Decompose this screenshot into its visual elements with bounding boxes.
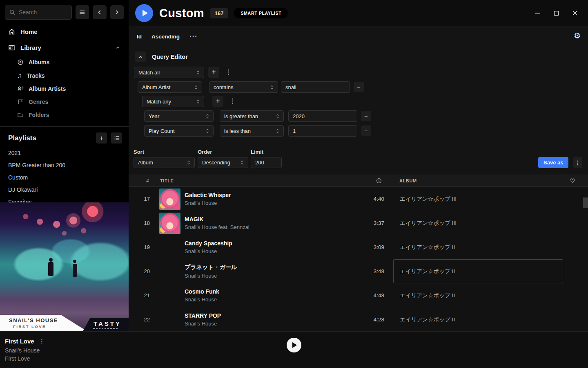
limit-input[interactable] bbox=[251, 157, 282, 168]
group-options-button[interactable]: ⋮ bbox=[229, 98, 236, 104]
track-artist[interactable]: Snail’s House bbox=[185, 296, 219, 303]
rule-operator-select[interactable]: contains bbox=[209, 81, 278, 93]
track-album[interactable]: エイリアン☆ポップ II bbox=[393, 283, 563, 307]
sort-label: Sort bbox=[134, 149, 144, 155]
now-playing-track[interactable]: First Love bbox=[5, 338, 34, 345]
duration-clock-icon[interactable] bbox=[376, 175, 382, 186]
playlist-item[interactable]: BPM Greater than 200 bbox=[0, 159, 129, 171]
sidebar-item-label: Home bbox=[20, 28, 38, 35]
maximize-button[interactable] bbox=[553, 10, 559, 16]
track-album[interactable]: エイリアン☆ポップ II bbox=[393, 307, 563, 331]
table-row[interactable]: 18 MAGIK Snail’s House feat. Sennzai 3:3… bbox=[129, 211, 583, 235]
sidebar-item-home[interactable]: Home bbox=[0, 24, 129, 40]
track-artist[interactable]: Snail’s House bbox=[185, 273, 237, 279]
record-label-logo: TASTY bbox=[90, 320, 121, 327]
table-row[interactable]: 21 Cosmo Funk Snail’s House 4:48 エイリアン☆ポ… bbox=[129, 283, 583, 307]
close-button[interactable] bbox=[572, 10, 578, 16]
minimize-button[interactable] bbox=[534, 10, 541, 16]
rule-field-select[interactable]: Year bbox=[144, 110, 214, 122]
nav-back-button[interactable] bbox=[93, 5, 106, 19]
table-row[interactable]: 19 Candy Spaceship Snail’s House 3:09 エイ… bbox=[129, 235, 583, 259]
sort-field-button[interactable]: Id bbox=[137, 34, 142, 40]
track-album[interactable]: エイリアン☆ポップ III bbox=[393, 211, 563, 235]
track-artist[interactable]: Snail’s House bbox=[185, 321, 221, 327]
column-header-title[interactable]: TITLE bbox=[160, 175, 174, 186]
search-box[interactable] bbox=[5, 5, 72, 20]
select-chevrons-icon bbox=[270, 85, 274, 90]
add-playlist-button[interactable]: + bbox=[96, 132, 107, 144]
chevron-up-icon[interactable] bbox=[115, 45, 120, 50]
remove-rule-button[interactable]: − bbox=[361, 111, 371, 121]
match-type-select[interactable]: Match any bbox=[142, 96, 204, 107]
track-artist[interactable]: Snail’s House bbox=[185, 248, 232, 254]
figure-silhouette bbox=[73, 264, 77, 277]
track-album[interactable]: エイリアン☆ポップ III bbox=[393, 187, 563, 211]
now-playing-artist[interactable]: Snail’s House bbox=[5, 347, 40, 354]
query-editor-title: Query Editor bbox=[152, 54, 188, 60]
rule-operator-value: is less than bbox=[224, 128, 251, 134]
sort-direction-button[interactable]: Ascending bbox=[151, 34, 180, 40]
playlist-item[interactable]: DJ Okawari bbox=[0, 184, 129, 196]
hamburger-icon bbox=[79, 9, 85, 16]
maximize-icon bbox=[554, 11, 559, 16]
menu-button[interactable] bbox=[76, 5, 89, 19]
add-rule-button[interactable]: + bbox=[208, 67, 219, 78]
add-rule-button[interactable]: + bbox=[212, 96, 223, 107]
collapse-query-editor-button[interactable] bbox=[135, 52, 146, 62]
sidebar-item-album-artists[interactable]: Album Artists bbox=[0, 82, 129, 95]
rule-field-select[interactable]: Album Artist bbox=[138, 81, 202, 93]
favorite-heart-icon[interactable]: ♡ bbox=[570, 175, 575, 186]
match-type-select[interactable]: Match all bbox=[134, 67, 204, 78]
rule-value-input[interactable] bbox=[281, 81, 350, 93]
sidebar-item-albums[interactable]: Albums bbox=[0, 56, 129, 69]
rule-value-input[interactable] bbox=[288, 110, 357, 122]
play-pause-button[interactable] bbox=[287, 338, 301, 352]
search-input[interactable] bbox=[19, 9, 64, 16]
remove-rule-button[interactable]: − bbox=[354, 82, 364, 92]
table-row[interactable]: 17 Galactic Whisper Snail’s House 4:40 エ… bbox=[129, 187, 583, 211]
rule-operator-select[interactable]: is greater than bbox=[220, 110, 284, 122]
group-options-button[interactable]: ⋮ bbox=[225, 69, 232, 75]
table-row[interactable]: 20 プラネット・ガール Snail’s House 3:48 エイリアン☆ポッ… bbox=[129, 259, 583, 283]
order-label: Order bbox=[198, 149, 212, 155]
nav-forward-button[interactable] bbox=[110, 5, 124, 19]
track-options-button[interactable]: ⋮ bbox=[39, 338, 45, 344]
play-playlist-button[interactable] bbox=[135, 4, 153, 22]
scrollbar-thumb[interactable] bbox=[583, 197, 588, 208]
order-select[interactable]: Descending bbox=[198, 157, 248, 168]
save-as-button[interactable]: Save as bbox=[538, 157, 568, 168]
playlist-item[interactable]: Custom bbox=[0, 171, 129, 184]
now-playing-album[interactable]: First Love bbox=[5, 355, 30, 362]
sidebar-item-folders[interactable]: Folders bbox=[0, 108, 129, 121]
playlist-list-button[interactable] bbox=[111, 132, 122, 144]
albums-icon bbox=[17, 59, 24, 65]
track-artist[interactable]: Snail’s House bbox=[185, 200, 231, 206]
rule-field-select[interactable]: Play Count bbox=[144, 125, 214, 137]
track-duration: 4:40 bbox=[349, 187, 384, 211]
track-artist[interactable]: Snail’s House feat. Sennzai bbox=[185, 224, 249, 230]
table-row[interactable]: 22 STARRY POP Snail’s House 4:28 エイリアン☆ポ… bbox=[129, 307, 583, 331]
column-header-album[interactable]: ALBUM bbox=[399, 175, 417, 186]
settings-gear-button[interactable]: ⚙ bbox=[574, 31, 581, 40]
rule-operator-value: is greater than bbox=[224, 113, 258, 119]
album-art-thumbnail bbox=[159, 309, 180, 330]
remove-rule-button[interactable]: − bbox=[361, 126, 371, 136]
rule-value-input[interactable] bbox=[288, 125, 357, 137]
rule-operator-select[interactable]: is less than bbox=[220, 125, 284, 137]
sidebar-item-genres[interactable]: Genres bbox=[0, 95, 129, 108]
more-options-button[interactable]: ··· bbox=[189, 32, 198, 40]
sidebar-item-label: Library bbox=[20, 44, 41, 51]
select-chevrons-icon bbox=[206, 128, 209, 134]
sidebar-item-label: Tracks bbox=[27, 72, 45, 79]
save-options-button[interactable]: ⋮ bbox=[573, 157, 582, 168]
playlist-item[interactable]: 2021 bbox=[0, 147, 129, 159]
track-album-focused-cell[interactable]: エイリアン☆ポップ II bbox=[393, 259, 563, 283]
chevron-right-icon bbox=[114, 9, 120, 15]
track-album[interactable]: エイリアン☆ポップ II bbox=[393, 235, 563, 259]
sidebar-item-tracks[interactable]: ♫ Tracks bbox=[0, 69, 129, 82]
sidebar-item-library[interactable]: Library bbox=[0, 40, 129, 56]
column-header-index[interactable]: # bbox=[137, 175, 149, 186]
sidebar-item-label: Folders bbox=[29, 112, 49, 118]
now-playing-album-art[interactable]: SNAIL'S HOUSE FIRST LOVE TASTY bbox=[0, 202, 129, 331]
sort-select[interactable]: Album bbox=[134, 157, 195, 168]
